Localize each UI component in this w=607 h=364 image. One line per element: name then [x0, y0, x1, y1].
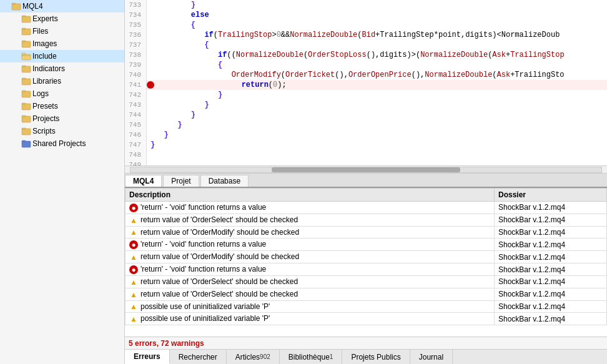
line-number: 743: [125, 100, 147, 110]
sidebar-label-presets: Presets: [32, 102, 58, 111]
code-editor: 733 }734 else735 {736 if(TrailingStop>0&…: [125, 0, 607, 173]
svg-rect-1: [12, 3, 16, 4]
code-line: 735 {: [125, 20, 607, 30]
line-number: 740: [125, 70, 147, 80]
code-view[interactable]: 733 }734 else735 {736 if(TrailingStop>0&…: [125, 0, 607, 165]
folder-closed-icon: [21, 114, 31, 124]
bottom-tab-bibliothèque[interactable]: Bibliothèque1: [280, 350, 343, 364]
svg-rect-16: [22, 91, 26, 92]
folder-closed-icon: [21, 26, 31, 36]
warning-icon: ▲: [129, 228, 138, 237]
folder-closed-icon: [21, 39, 31, 49]
sidebar-item-files[interactable]: Files: [0, 25, 124, 37]
sidebar-label-projects: Projects: [32, 114, 59, 123]
tab-label: Journal: [419, 353, 443, 362]
svg-rect-2: [22, 16, 31, 22]
error-description: ▲return value of 'OrderSelect' should be…: [126, 214, 495, 226]
bottom-tab-articles[interactable]: Articles902: [227, 350, 280, 364]
tab-mql4[interactable]: MQL4: [125, 175, 162, 187]
sidebar-label-scripts: Scripts: [32, 127, 56, 135]
sidebar-item-include[interactable]: Include: [0, 50, 124, 62]
error-dot-icon: [147, 81, 154, 89]
error-dossier: ShockBar v.1.2.mq4: [495, 202, 607, 214]
sidebar-item-scripts[interactable]: Scripts: [0, 125, 124, 137]
error-row[interactable]: ▲return value of 'OrderSelect' should be…: [126, 288, 607, 300]
sidebar-label-indicators: Indicators: [32, 64, 65, 73]
error-panel: Description Dossier ●'return' - 'void' f…: [125, 187, 607, 349]
svg-rect-21: [22, 129, 31, 135]
error-description: ▲return value of 'OrderSelect' should be…: [126, 275, 495, 288]
error-row[interactable]: ▲return value of 'OrderSelect' should be…: [126, 214, 607, 226]
svg-rect-9: [22, 53, 26, 55]
svg-rect-8: [22, 54, 31, 60]
horizontal-scrollbar[interactable]: [125, 165, 607, 173]
file-tree: MQL4 Experts Files Images Include Indica…: [0, 0, 125, 364]
error-row[interactable]: ▲possible use of uninitialized variable …: [126, 313, 607, 325]
status-bar: 5 errors, 72 warnings: [125, 337, 607, 349]
bottom-tab-journal[interactable]: Journal: [410, 350, 453, 364]
error-row[interactable]: ●'return' - 'void' function returns a va…: [126, 263, 607, 276]
code-line: 742 }: [125, 90, 607, 100]
warning-icon: ▲: [129, 278, 138, 287]
error-row[interactable]: ●'return' - 'void' function returns a va…: [126, 202, 607, 214]
line-number: 737: [125, 40, 147, 50]
line-content: if(TrailingStop>0&&NormalizeDouble(Bid+T…: [147, 30, 607, 40]
warning-icon: ▲: [129, 253, 138, 262]
svg-rect-20: [22, 116, 26, 117]
line-number: 749: [125, 160, 147, 165]
code-line: 740 OrderModify(OrderTicket(),OrderOpenP…: [125, 70, 607, 80]
error-description: ▲return value of 'OrderSelect' should be…: [126, 288, 495, 300]
sidebar-item-experts[interactable]: Experts: [0, 12, 124, 25]
line-content: else: [147, 10, 607, 20]
sidebar-item-logs[interactable]: Logs: [0, 87, 124, 100]
code-line: 737 {: [125, 40, 607, 50]
tab-database[interactable]: Database: [200, 175, 249, 187]
svg-rect-15: [22, 91, 31, 97]
line-content: }: [147, 100, 607, 110]
error-row[interactable]: ●'return' - 'void' function returns a va…: [126, 239, 607, 251]
sidebar-label-include: Include: [32, 52, 57, 61]
bottom-tab-erreurs[interactable]: Erreurs: [125, 350, 170, 364]
sidebar-item-mql4[interactable]: MQL4: [0, 0, 124, 12]
sidebar-label-mql4: MQL4: [22, 2, 43, 11]
folder-closed-icon: [21, 89, 31, 99]
sidebar-item-presets[interactable]: Presets: [0, 100, 124, 112]
code-line: 734 else: [125, 10, 607, 20]
sidebar-label-experts: Experts: [32, 14, 58, 23]
sidebar-item-indicators[interactable]: Indicators: [0, 62, 124, 75]
code-line: 739 {: [125, 60, 607, 70]
tab-label: Projets Publics: [351, 353, 400, 362]
svg-rect-24: [22, 140, 26, 142]
line-content: if((NormalizeDouble(OrderStopLoss(),digi…: [147, 50, 607, 60]
error-row[interactable]: ▲possible use of uninitialized variable …: [126, 300, 607, 313]
code-line: 747}: [125, 140, 607, 150]
sidebar-label-logs: Logs: [32, 89, 49, 98]
folder-closed-icon: [21, 126, 31, 136]
error-row[interactable]: ▲return value of 'OrderModify' should be…: [126, 226, 607, 239]
svg-rect-13: [22, 79, 31, 85]
sidebar-item-shared-projects[interactable]: Shared Projects: [0, 137, 124, 150]
warning-icon: ▲: [129, 216, 138, 225]
line-number: 739: [125, 60, 147, 70]
warning-icon: ▲: [129, 290, 138, 299]
svg-rect-14: [22, 78, 26, 79]
line-number: 736: [125, 30, 147, 40]
error-icon: ●: [129, 240, 138, 249]
line-number: 746: [125, 130, 147, 140]
error-dossier: ShockBar v.1.2.mq4: [495, 313, 607, 325]
sidebar-item-libraries[interactable]: Libraries: [0, 75, 124, 87]
sidebar-item-images[interactable]: Images: [0, 37, 124, 50]
error-dossier: ShockBar v.1.2.mq4: [495, 288, 607, 300]
sidebar-item-projects[interactable]: Projects: [0, 112, 124, 125]
svg-rect-19: [22, 116, 31, 122]
error-dossier: ShockBar v.1.2.mq4: [495, 263, 607, 276]
line-content: {: [147, 60, 607, 70]
error-row[interactable]: ▲return value of 'OrderModify' should be…: [126, 251, 607, 263]
error-table: Description Dossier ●'return' - 'void' f…: [125, 188, 607, 337]
error-row[interactable]: ▲return value of 'OrderSelect' should be…: [126, 275, 607, 288]
tab-projet[interactable]: Projet: [163, 175, 199, 187]
bottom-tab-projets-publics[interactable]: Projets Publics: [342, 350, 410, 364]
error-icon: ●: [129, 204, 138, 212]
bottom-tab-rechercher[interactable]: Rechercher: [170, 350, 227, 364]
sidebar-label-libraries: Libraries: [32, 77, 61, 86]
